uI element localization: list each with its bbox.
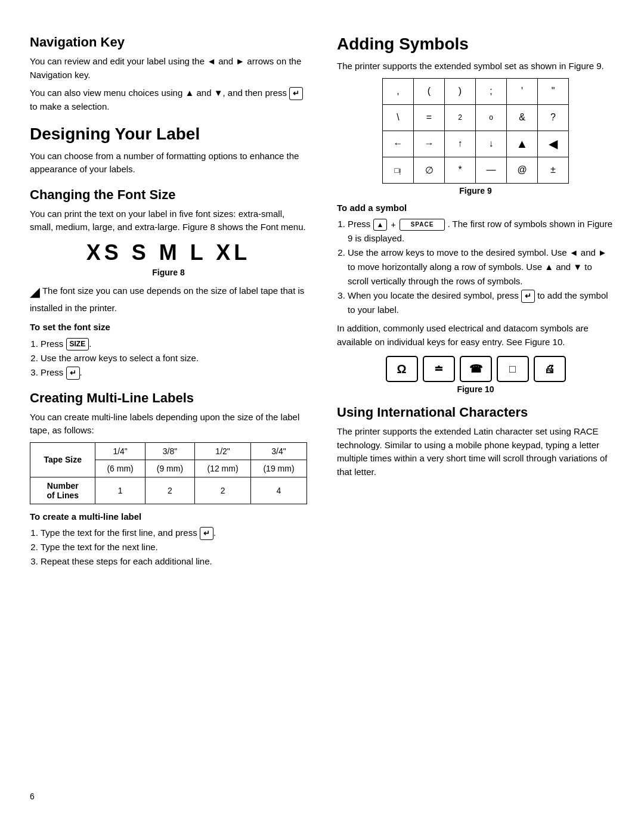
up-key: ▲	[373, 219, 388, 231]
lines-val-1: 1	[95, 477, 145, 504]
sym-leftsolid: ◀	[538, 131, 569, 157]
designing-section: Designing Your Label You can choose from…	[30, 125, 307, 176]
sym-semicolon: ;	[476, 78, 507, 104]
additional-text: In addition, commonly used electrical an…	[337, 322, 614, 349]
font-size-step2: Use the arrow keys to select a font size…	[41, 351, 307, 365]
tape-col-12mm: (12 mm)	[195, 460, 251, 477]
tape-col-6mm: (6 mm)	[95, 460, 145, 477]
font-size-para: You can print the text on your label in …	[30, 207, 307, 234]
right-column: Adding Symbols The printer supports the …	[337, 24, 614, 577]
font-size-display: XS S M L XL	[30, 240, 307, 265]
enter-key-step3: ↵	[66, 367, 80, 380]
add-symbol-step1: Press ▲ + SPACE . The first row of symbo…	[348, 217, 614, 246]
sym-asterisk: *	[445, 157, 476, 183]
intl-chars-title: Using International Characters	[337, 405, 614, 420]
multi-line-step1: Type the text for the first line, and pr…	[41, 526, 307, 540]
sym-degree: o	[476, 104, 507, 131]
enter-key-symbol: ↵	[521, 290, 535, 303]
enter-key-multiline: ↵	[200, 527, 213, 540]
tape-size-header: Tape Size	[30, 442, 95, 477]
tape-col-three-eighths: 3/8"	[145, 442, 194, 460]
sym-question: ?	[538, 104, 569, 131]
sym-rightarrow: →	[414, 131, 445, 157]
left-column: Navigation Key You can review and edit y…	[30, 24, 307, 577]
nav-key-section: Navigation Key You can review and edit y…	[30, 35, 307, 114]
plus-minus-key: ≐	[423, 356, 455, 382]
designing-para: You can choose from a number of formatti…	[30, 150, 307, 176]
adding-symbols-para: The printer supports the extended symbol…	[337, 60, 614, 73]
figure10-keys: Ω ≐ ☎ □ 🖨	[337, 356, 614, 382]
add-symbol-steps: Press ▲ + SPACE . The first row of symbo…	[348, 217, 614, 317]
tape-col-quarter: 1/4"	[95, 442, 145, 460]
adding-symbols-title: Adding Symbols	[337, 35, 614, 54]
font-size-title: Changing the Font Size	[30, 187, 307, 203]
font-icon: ◢	[30, 284, 40, 299]
font-size-steps: Press SIZE. Use the arrow keys to select…	[41, 337, 307, 380]
lines-header: Numberof Lines	[30, 477, 95, 504]
font-size-section: Changing the Font Size You can print the…	[30, 187, 307, 380]
sym-ampersand: &	[507, 104, 538, 131]
sym-uparrow: ↑	[445, 131, 476, 157]
figure10-label: Figure 10	[337, 384, 614, 394]
sym-null: ∅	[414, 157, 445, 183]
printer-key: 🖨	[534, 356, 566, 382]
to-create-label: To create a multi-line label	[30, 510, 307, 524]
multi-line-step3: Repeat these steps for each additional l…	[41, 554, 307, 569]
multi-line-title: Creating Multi-Line Labels	[30, 390, 307, 406]
space-key: SPACE	[400, 219, 445, 231]
sym-equals: =	[414, 104, 445, 131]
sym-leftarrow: ←	[383, 131, 414, 157]
add-symbol-step3: When you locate the desired symbol, pres…	[348, 288, 614, 317]
sym-dash: —	[476, 157, 507, 183]
sym-checkbox: □ᴉ	[383, 157, 414, 183]
sym-rparen: )	[445, 78, 476, 104]
sym-dquote: "	[538, 78, 569, 104]
enter-key-inline: ↵	[289, 87, 303, 100]
nav-key-para2-suffix: to make a selection.	[30, 101, 109, 111]
page-number: 6	[30, 792, 35, 801]
nav-key-para2-prefix: You can also view menu choices using ▲ a…	[30, 88, 287, 98]
designing-title: Designing Your Label	[30, 125, 307, 144]
multi-line-section: Creating Multi-Line Labels You can creat…	[30, 390, 307, 569]
size-key: SIZE	[66, 338, 89, 350]
add-symbol-step2: Use the arrow keys to move to the desire…	[348, 246, 614, 288]
lines-val-3: 2	[195, 477, 251, 504]
square-key: □	[497, 356, 529, 382]
multi-line-steps: Type the text for the first line, and pr…	[41, 526, 307, 569]
font-size-step1: Press SIZE.	[41, 337, 307, 351]
sym-downarrow: ↓	[476, 131, 507, 157]
adding-symbols-section: Adding Symbols The printer supports the …	[337, 35, 614, 394]
tape-col-three-quarter: 3/4"	[251, 442, 307, 460]
tape-col-9mm: (9 mm)	[145, 460, 194, 477]
tape-col-19mm: (19 mm)	[251, 460, 307, 477]
sym-backslash: \	[383, 104, 414, 131]
multi-line-para: You can create multi-line labels dependi…	[30, 411, 307, 438]
figure8-label: Figure 8	[30, 268, 307, 277]
nav-key-para1: You can review and edit your label using…	[30, 55, 307, 82]
to-add-symbol-label: To add a symbol	[337, 201, 614, 215]
lines-val-2: 2	[145, 477, 194, 504]
sym-at: @	[507, 157, 538, 183]
sym-apos: '	[507, 78, 538, 104]
intl-chars-para: The printer supports the extended Latin …	[337, 425, 614, 479]
sym-plusminus: ±	[538, 157, 569, 183]
nav-key-title: Navigation Key	[30, 35, 307, 50]
font-size-step3: Press ↵.	[41, 365, 307, 380]
tape-table: Tape Size 1/4" 3/8" 1/2" 3/4" (6 mm) (9 …	[30, 442, 307, 504]
lines-val-4: 4	[251, 477, 307, 504]
sym-squared: 2	[445, 104, 476, 131]
phone-key: ☎	[460, 356, 492, 382]
omega-key: Ω	[386, 356, 418, 382]
tape-col-half: 1/2"	[195, 442, 251, 460]
font-size-note: ◢ The font size you can use depends on t…	[30, 282, 307, 315]
sym-lparen: (	[414, 78, 445, 104]
intl-chars-section: Using International Characters The print…	[337, 405, 614, 479]
nav-key-para2: You can also view menu choices using ▲ a…	[30, 86, 307, 114]
symbol-grid: , ( ) ; ' " \ = 2 o & ? ← →	[382, 78, 569, 184]
to-set-font-size-label: To set the font size	[30, 321, 307, 334]
sym-updownarrow: ▲	[507, 131, 538, 157]
multi-line-step2: Type the text for the next line.	[41, 540, 307, 554]
sym-comma: ,	[383, 78, 414, 104]
figure9-label: Figure 9	[337, 186, 614, 196]
